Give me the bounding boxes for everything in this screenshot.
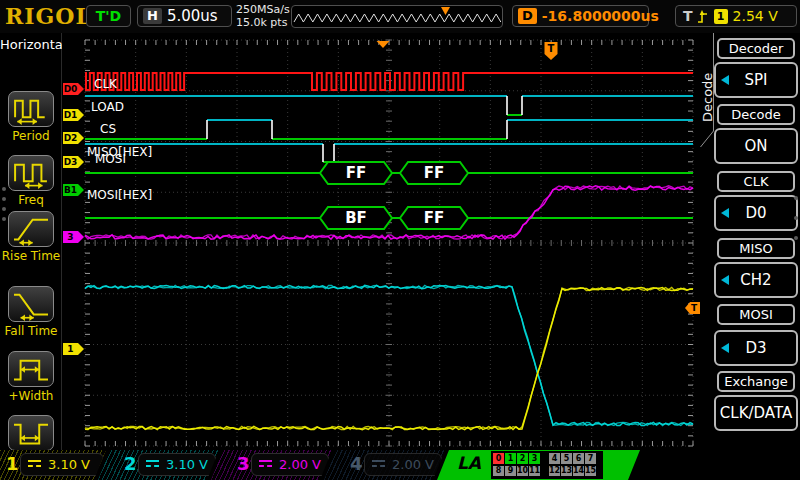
softkey-label-miso: MISO xyxy=(717,238,795,259)
menu-tab-decode[interactable]: Decode xyxy=(700,47,714,147)
channel-number: 4 xyxy=(350,453,363,474)
page-dot xyxy=(2,197,6,201)
softkey-label-decode: Decode xyxy=(717,104,795,125)
plus-width-icon xyxy=(8,351,54,387)
decode-data-box: FF xyxy=(400,207,468,229)
svg-text:3: 3 xyxy=(67,232,73,242)
dc-coupling-icon xyxy=(259,460,272,470)
left-arrow-icon xyxy=(721,208,729,218)
fall-time-icon xyxy=(8,286,54,322)
svg-text:BF: BF xyxy=(345,209,367,227)
la-digit-12: 12 xyxy=(549,466,560,476)
dc-coupling-icon xyxy=(28,460,41,470)
logic-analyzer-status[interactable]: LA0123456789101112131415 xyxy=(437,450,640,480)
decode-data-box: FF xyxy=(320,162,392,184)
softkey-mosi[interactable]: D3 xyxy=(714,330,798,366)
decode-data-box: FF xyxy=(400,162,468,184)
la-digit-8: 8 xyxy=(493,466,504,476)
menu-item-rise-time[interactable]: Rise Time xyxy=(0,211,62,263)
trigger-level-value: 2.54 V xyxy=(733,8,778,24)
menu-item--width[interactable]: +Width xyxy=(0,351,62,403)
horizontal-scale-box[interactable]: H 5.00us xyxy=(137,5,232,27)
menu-item-label: Freq xyxy=(0,193,62,207)
la-digit-10: 10 xyxy=(517,466,528,476)
channel-scale-value: 2.00 V xyxy=(392,457,434,472)
menu-item-label: Period xyxy=(0,129,62,143)
softkey-value: CLK/DATA xyxy=(720,404,792,422)
softkey-value: D0 xyxy=(745,204,766,222)
la-digit-11: 11 xyxy=(529,466,540,476)
channel-scale-box: 3.10 V xyxy=(138,453,216,476)
measure-menu: Horizontal PeriodFreqRise TimeFall Time+… xyxy=(0,33,62,450)
la-digit-panel: 0123456789101112131415 xyxy=(491,451,603,479)
waveform-preview-strip[interactable] xyxy=(291,5,503,28)
delay-label: D xyxy=(518,8,537,24)
menu-item-freq[interactable]: Freq xyxy=(0,155,62,207)
la-digit-14: 14 xyxy=(573,466,584,476)
channel-status-4[interactable]: 42.00 V xyxy=(324,450,445,480)
softkey-value: D3 xyxy=(745,339,766,357)
left-arrow-icon xyxy=(721,75,729,85)
channel-number: 2 xyxy=(124,453,137,474)
softkey-clk[interactable]: D0 xyxy=(714,195,798,231)
la-label: LA xyxy=(457,453,481,473)
la-digit-2: 2 xyxy=(517,453,528,464)
softkey-decoder[interactable]: SPI xyxy=(714,62,798,98)
la-digit-3: 3 xyxy=(529,453,540,464)
page-dot xyxy=(2,187,6,191)
svg-text:FF: FF xyxy=(424,164,445,182)
delay-offset-box[interactable]: D -16.8000000us xyxy=(512,5,649,27)
page-dot xyxy=(794,236,798,240)
trigger-status-text: T'D xyxy=(96,8,121,24)
menu-item-label: Rise Time xyxy=(0,249,62,263)
signal-label: CS xyxy=(100,122,116,136)
softkey-value: SPI xyxy=(745,71,768,89)
signal-label: CLK xyxy=(94,77,118,91)
menu-item-fall-time[interactable]: Fall Time xyxy=(0,286,62,338)
page-dot xyxy=(2,207,6,211)
la-digit-13: 13 xyxy=(561,466,572,476)
svg-text:FF: FF xyxy=(424,209,445,227)
la-digit-1: 1 xyxy=(505,453,516,464)
channel-status-bar: 13.10 V23.10 V32.00 V42.00 VLA0123456789… xyxy=(0,450,800,480)
minus-width-icon xyxy=(8,415,54,451)
horizontal-scale-value: 5.00us xyxy=(167,7,218,25)
dc-coupling-icon xyxy=(146,460,159,470)
left-arrow-icon xyxy=(721,343,729,353)
svg-text:T: T xyxy=(691,303,698,313)
softkey-label-clk: CLK xyxy=(717,171,795,192)
la-digit-4: 4 xyxy=(549,453,560,464)
trigger-info-box[interactable]: T 1 2.54 V xyxy=(675,5,797,27)
channel-status-1[interactable]: 13.10 V xyxy=(0,450,106,480)
measure-menu-title: Horizontal xyxy=(0,37,62,52)
softkey-miso[interactable]: CH2 xyxy=(714,262,798,298)
svg-text:D1: D1 xyxy=(64,110,78,120)
channel-scale-value: 2.00 V xyxy=(279,457,321,472)
svg-text:T: T xyxy=(548,43,555,54)
channel-status-2[interactable]: 23.10 V xyxy=(98,450,219,480)
svg-text:B1: B1 xyxy=(64,185,77,195)
softkey-exchange[interactable]: CLK/DATA xyxy=(714,395,798,431)
channel-scale-box: 2.00 V xyxy=(364,453,442,476)
waveform-display[interactable]: FFFFBFFFCLKLOADCSMOSIMISO[HEX]MOSI[HEX]D… xyxy=(62,33,700,450)
svg-text:D3: D3 xyxy=(64,157,78,167)
delay-value: -16.8000000us xyxy=(542,8,659,24)
sample-rate: 250MSa/s xyxy=(236,3,290,16)
memory-depth: 15.0k pts xyxy=(236,16,290,29)
softkey-value: ON xyxy=(744,137,767,155)
la-digit-7: 7 xyxy=(585,453,596,464)
menu-item-period[interactable]: Period xyxy=(0,91,62,143)
horizontal-label: H xyxy=(143,8,162,24)
period-icon xyxy=(8,91,54,127)
signal-label: MISO[HEX] xyxy=(87,145,152,159)
trigger-source-badge: 1 xyxy=(714,9,728,24)
softkey-decode[interactable]: ON xyxy=(714,128,798,164)
svg-text:D2: D2 xyxy=(64,133,78,143)
dc-coupling-icon xyxy=(372,460,385,470)
menu-item-label: +Width xyxy=(0,389,62,403)
preview-waveform xyxy=(292,6,502,27)
svg-text:FF: FF xyxy=(346,164,367,182)
la-digit-0: 0 xyxy=(493,453,504,464)
softkey-label-exchange: Exchange xyxy=(717,371,795,392)
channel-status-3[interactable]: 32.00 V xyxy=(211,450,332,480)
